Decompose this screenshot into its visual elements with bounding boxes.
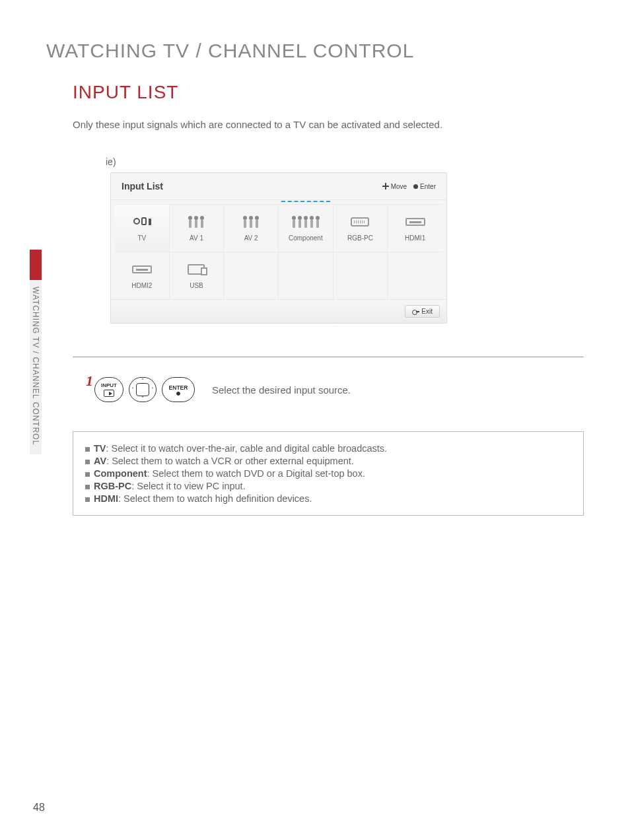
input-cell-label: HDMI2 bbox=[131, 282, 152, 289]
enter-button-label: ENTER bbox=[169, 384, 188, 391]
panel-hints: Move Enter bbox=[382, 183, 436, 190]
input-cell-label: HDMI1 bbox=[405, 234, 425, 242]
input-grid: TVAV 1AV 2ComponentRGB-PCHDMI1HDMI2USB bbox=[115, 204, 442, 299]
hint-move: Move bbox=[391, 183, 407, 190]
input-cell-label: RGB-PC bbox=[347, 234, 373, 242]
input-cell[interactable]: HDMI2 bbox=[115, 252, 170, 299]
description-text: Component: Select them to watch DVD or a… bbox=[94, 468, 365, 479]
bullet-icon bbox=[85, 447, 90, 452]
description-text: AV: Select them to watch a VCR or other … bbox=[94, 456, 354, 466]
bullet-icon bbox=[85, 485, 90, 489]
description-row: AV: Select them to watch a VCR or other … bbox=[85, 456, 571, 466]
rca-icon bbox=[243, 216, 259, 228]
step-number: 1 bbox=[86, 372, 93, 390]
enter-dot-icon bbox=[413, 184, 418, 189]
input-cell[interactable]: HDMI1 bbox=[388, 204, 442, 252]
description-row: Component: Select them to watch DVD or a… bbox=[85, 468, 571, 479]
input-cell-label: TV bbox=[137, 234, 146, 242]
exit-label: Exit bbox=[421, 308, 433, 315]
panel-footer: Exit bbox=[111, 299, 446, 323]
exit-icon bbox=[412, 308, 419, 315]
input-cell bbox=[279, 252, 333, 299]
page-number: 48 bbox=[33, 802, 45, 814]
input-cell[interactable]: USB bbox=[170, 252, 225, 299]
description-text: HDMI: Select them to watch high definiti… bbox=[94, 493, 312, 504]
input-cell[interactable]: AV 2 bbox=[224, 204, 279, 252]
description-term: HDMI bbox=[94, 493, 118, 504]
bullet-icon bbox=[85, 497, 90, 502]
hdmi-icon bbox=[405, 218, 425, 226]
chapter-title: WATCHING TV / CHANNEL CONTROL bbox=[46, 40, 584, 62]
description-term: RGB-PC bbox=[94, 481, 131, 491]
section-title: INPUT LIST bbox=[73, 82, 584, 103]
vga-icon bbox=[351, 217, 369, 227]
input-cell bbox=[333, 252, 388, 299]
rca-icon bbox=[188, 216, 204, 228]
panel-title: Input List bbox=[122, 181, 163, 192]
tv-icon bbox=[133, 216, 151, 228]
description-box: TV: Select it to watch over-the-air, cab… bbox=[73, 431, 584, 516]
input-cell-label: Component bbox=[289, 234, 323, 242]
description-row: HDMI: Select them to watch high definiti… bbox=[85, 493, 571, 504]
input-glyph-icon bbox=[104, 390, 114, 397]
example-label: ie) bbox=[106, 157, 584, 167]
nav-remote-button[interactable]: ˄˅˂˃ bbox=[129, 377, 157, 402]
intro-text: Only these input signals which are conne… bbox=[73, 119, 584, 130]
description-term: TV bbox=[94, 443, 106, 454]
move-icon bbox=[382, 183, 389, 190]
side-tab: WATCHING TV / CHANNEL CONTROL bbox=[30, 250, 42, 454]
input-remote-button[interactable]: INPUT bbox=[94, 377, 123, 402]
input-cell[interactable]: TV bbox=[115, 204, 170, 252]
description-row: TV: Select it to watch over-the-air, cab… bbox=[85, 443, 571, 454]
input-cell bbox=[224, 252, 279, 299]
step-row: 1 INPUT ˄˅˂˃ ENTER Select the desired in… bbox=[86, 377, 584, 402]
exit-button[interactable]: Exit bbox=[405, 305, 440, 318]
input-cell bbox=[388, 252, 442, 299]
hdmi-icon bbox=[132, 265, 152, 273]
hint-enter: Enter bbox=[420, 183, 436, 190]
input-list-panel: Input List Move Enter TVAV 1AV 2Componen… bbox=[110, 172, 447, 324]
component-icon bbox=[292, 216, 320, 228]
input-cell-label: AV 2 bbox=[244, 234, 258, 242]
panel-header: Input List Move Enter bbox=[111, 173, 446, 200]
enter-dot-icon bbox=[176, 392, 180, 396]
nav-diamond-icon: ˄˅˂˃ bbox=[136, 383, 149, 396]
description-text: RGB-PC: Select it to view PC input. bbox=[94, 481, 246, 491]
bullet-icon bbox=[85, 460, 90, 464]
input-cell[interactable]: RGB-PC bbox=[333, 204, 388, 252]
input-cell-label: USB bbox=[190, 282, 203, 289]
input-cell[interactable]: Component bbox=[279, 204, 333, 252]
usb-icon bbox=[188, 264, 205, 275]
step-text: Select the desired input source. bbox=[212, 384, 351, 396]
description-text: TV: Select it to watch over-the-air, cab… bbox=[94, 443, 387, 454]
input-cell-label: AV 1 bbox=[190, 234, 203, 242]
side-tab-text: WATCHING TV / CHANNEL CONTROL bbox=[31, 287, 40, 445]
enter-remote-button[interactable]: ENTER bbox=[162, 377, 195, 402]
input-cell[interactable]: AV 1 bbox=[170, 204, 225, 252]
side-tab-body: WATCHING TV / CHANNEL CONTROL bbox=[30, 280, 42, 454]
input-button-label: INPUT bbox=[101, 382, 117, 388]
description-term: Component bbox=[94, 468, 147, 479]
description-row: RGB-PC: Select it to view PC input. bbox=[85, 481, 571, 491]
divider bbox=[73, 357, 584, 357]
bullet-icon bbox=[85, 472, 90, 477]
side-tab-accent bbox=[30, 250, 42, 280]
description-term: AV bbox=[94, 456, 106, 466]
